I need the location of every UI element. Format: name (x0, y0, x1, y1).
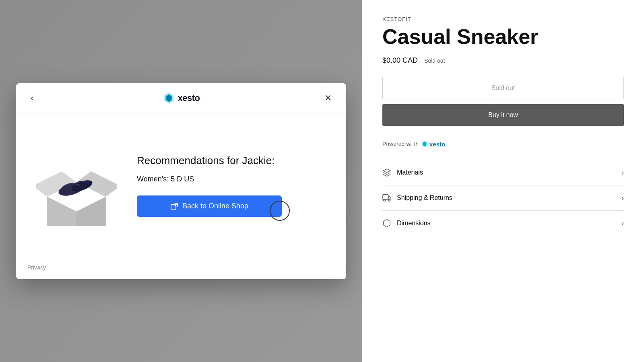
external-link-icon (170, 202, 178, 210)
xesto-icon (163, 92, 175, 105)
modal-close-button[interactable]: ✕ (321, 91, 335, 105)
box-illustration-container (32, 146, 121, 226)
materials-icon (382, 168, 391, 177)
accordion-shipping[interactable]: Shipping & Returns › (382, 185, 624, 210)
cursor-indicator (270, 201, 290, 221)
materials-chevron-icon: › (621, 169, 624, 177)
back-to-shop-label: Back to Online Shop (182, 202, 248, 210)
svg-point-12 (384, 200, 386, 202)
shipping-label: Shipping & Returns (397, 194, 452, 202)
size-recommendation: Women's: 5 D US (137, 175, 330, 183)
xesto-promo-text: xesto (429, 141, 445, 148)
modal-footer: Privacy (16, 258, 346, 279)
sold-out-button[interactable]: Sold out (382, 77, 624, 99)
xesto-logo-promo: xesto (421, 140, 445, 148)
privacy-link[interactable]: Privacy (27, 264, 46, 271)
modal-overlay: ‹ xesto ✕ (0, 0, 362, 362)
shipping-chevron-icon: › (621, 194, 624, 202)
accordion-materials[interactable]: Materials › (382, 160, 624, 185)
modal-logo: xesto (163, 92, 200, 105)
dimensions-icon (382, 219, 391, 228)
product-image-area: ‹ xesto ✕ (0, 0, 362, 362)
dimensions-label: Dimensions (397, 220, 431, 227)
xesto-promo-section: Powered wi th xesto (382, 140, 624, 148)
brand-name: XESTOFIT (382, 16, 624, 22)
back-to-online-shop-button[interactable]: Back to Online Shop (137, 195, 282, 217)
product-price: $0.00 CAD (382, 56, 418, 65)
xesto-promo-prefix: Powered wi (382, 141, 411, 147)
recommendations-title: Recommendations for Jackie: (137, 154, 330, 167)
modal-body: Recommendations for Jackie: Women's: 5 D… (16, 113, 346, 258)
accordion-dimensions[interactable]: Dimensions › (382, 210, 624, 236)
xesto-small-icon (421, 140, 428, 148)
materials-label: Materials (397, 169, 423, 176)
modal-content: Recommendations for Jackie: Women's: 5 D… (137, 154, 330, 217)
close-icon: ✕ (324, 93, 332, 103)
xesto-logo-text: xesto (178, 93, 200, 103)
size-selector-area: Sold out Buy it now (382, 77, 624, 134)
xesto-promo-th: th (414, 141, 419, 147)
modal-dialog: ‹ xesto ✕ (16, 83, 346, 279)
modal-header: ‹ xesto ✕ (16, 83, 346, 113)
box-illustration (36, 146, 117, 226)
dimensions-chevron-icon: › (621, 219, 624, 228)
modal-back-button[interactable]: ‹ (27, 91, 37, 105)
shipping-icon (382, 193, 391, 202)
product-title: Casual Sneaker (382, 25, 624, 48)
price-row: $0.00 CAD Sold out (382, 56, 624, 65)
sold-out-badge: Sold out (424, 58, 445, 64)
product-detail-area: XESTOFIT Casual Sneaker $0.00 CAD Sold o… (362, 0, 644, 362)
svg-rect-11 (383, 195, 388, 200)
buy-now-button[interactable]: Buy it now (382, 104, 624, 126)
back-arrow-icon: ‹ (31, 93, 33, 103)
